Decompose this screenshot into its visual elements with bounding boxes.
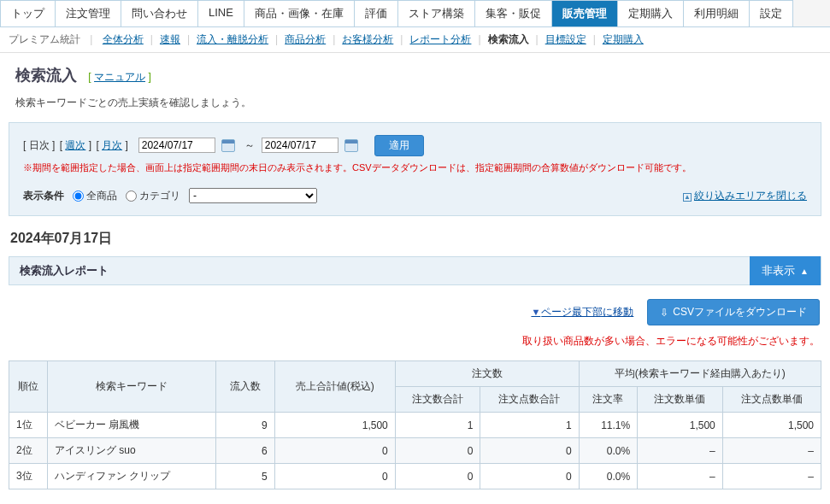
subnav-3[interactable]: 商品分析 xyxy=(285,33,326,45)
cell-oprice: – xyxy=(638,464,723,489)
table-row: 2位アイスリング suo60000.0%–– xyxy=(9,438,821,464)
radio-all-products[interactable]: 全商品 xyxy=(73,189,117,203)
cell-inflow: 6 xyxy=(216,438,275,464)
cell-keyword: ベビーカー 扇風機 xyxy=(48,413,216,438)
keyword-table: 順位 検索キーワード 流入数 売上合計値(税込) 注文数 平均(検索キーワード経… xyxy=(9,360,821,489)
apply-button[interactable]: 適用 xyxy=(374,135,424,156)
col-items-total: 注文点数合計 xyxy=(480,387,579,413)
tab-3[interactable]: LINE xyxy=(197,0,244,26)
cell-orders: 1 xyxy=(395,413,480,438)
tab-2[interactable]: 問い合わせ xyxy=(121,0,198,26)
col-order-price: 注文数単価 xyxy=(638,387,723,413)
cell-oprice: 1,500 xyxy=(638,413,723,438)
csv-warning: 取り扱い商品数が多い場合、エラーになる可能性がございます。 xyxy=(0,329,830,360)
category-select[interactable]: - xyxy=(189,188,317,203)
close-filter-link[interactable]: ▲絞り込みエリアを閉じる xyxy=(683,189,807,203)
tab-10[interactable]: 利用明細 xyxy=(683,0,750,26)
cell-items: 0 xyxy=(480,438,579,464)
subnav-1[interactable]: 速報 xyxy=(160,33,180,45)
cell-iprice: 1,500 xyxy=(722,413,821,438)
cell-keyword: アイスリング suo xyxy=(48,438,216,464)
cell-sales: 0 xyxy=(274,464,395,489)
chevron-up-icon: ▲ xyxy=(800,267,809,276)
sub-nav: プレミアム統計 | 全体分析|速報|流入・離脱分析|商品分析|お客様分析|レポー… xyxy=(0,27,830,53)
radio-category[interactable]: カテゴリ xyxy=(126,189,180,203)
col-inflow: 流入数 xyxy=(216,361,275,413)
tab-6[interactable]: ストア構築 xyxy=(397,0,475,26)
col-avg-group: 平均(検索キーワード経由購入あたり) xyxy=(579,361,821,387)
cell-orders: 0 xyxy=(395,464,480,489)
cell-rank: 2位 xyxy=(9,438,48,464)
subnav-4[interactable]: お客様分析 xyxy=(342,33,393,45)
period-monthly[interactable]: [ 月次 ] xyxy=(96,139,127,151)
page-title: 検索流入 xyxy=(15,67,77,84)
hide-report-button[interactable]: 非表示▲ xyxy=(750,256,821,285)
tab-8[interactable]: 販売管理 xyxy=(551,0,618,26)
cell-iprice: – xyxy=(722,464,821,489)
cell-inflow: 9 xyxy=(216,413,275,438)
filter-panel: [ 日次 ] [ 週次 ] [ 月次 ] ～ 適用 ※期間を範囲指定した場合、画… xyxy=(9,122,821,216)
tab-0[interactable]: トップ xyxy=(0,0,56,26)
csv-download-button[interactable]: ⇩ CSVファイルをダウンロード xyxy=(647,299,820,325)
cell-keyword: ハンディファン クリップ xyxy=(48,464,216,489)
subnav-7[interactable]: 目標設定 xyxy=(545,33,586,45)
subnav-6[interactable]: 検索流入 xyxy=(488,33,529,45)
tab-7[interactable]: 集客・販促 xyxy=(474,0,552,26)
manual-link[interactable]: [ マニュアル ] xyxy=(88,71,150,83)
tab-11[interactable]: 設定 xyxy=(749,0,793,26)
cell-inflow: 5 xyxy=(216,464,275,489)
table-row: 3位ハンディファン クリップ50000.0%–– xyxy=(9,464,821,489)
cell-rate: 11.1% xyxy=(579,413,638,438)
col-sales: 売上合計値(税込) xyxy=(274,361,395,413)
cell-rank: 3位 xyxy=(9,464,48,489)
calendar-to-icon[interactable] xyxy=(344,139,358,152)
cell-sales: 1,500 xyxy=(274,413,395,438)
tab-5[interactable]: 評価 xyxy=(354,0,398,26)
report-header-bar: 検索流入レポート 非表示▲ xyxy=(9,256,821,285)
cell-rate: 0.0% xyxy=(579,438,638,464)
cell-iprice: – xyxy=(722,438,821,464)
subnav-8[interactable]: 定期購入 xyxy=(603,33,644,45)
cell-sales: 0 xyxy=(274,438,395,464)
cell-oprice: – xyxy=(638,438,723,464)
col-item-price: 注文点数単価 xyxy=(722,387,821,413)
period-daily[interactable]: [ 日次 ] xyxy=(23,139,55,151)
col-orders-group: 注文数 xyxy=(395,361,579,387)
subnav-premium[interactable]: プレミアム統計 xyxy=(9,33,80,45)
display-condition-label: 表示条件 xyxy=(23,189,64,203)
col-order-rate: 注文率 xyxy=(579,387,638,413)
tab-4[interactable]: 商品・画像・在庫 xyxy=(244,0,355,26)
page-description: 検索キーワードごとの売上実績を確認しましょう。 xyxy=(0,92,830,122)
cell-items: 0 xyxy=(480,464,579,489)
period-note: ※期間を範囲指定した場合、画面上は指定範囲期間の末日のみ表示されます。CSVデー… xyxy=(23,161,807,174)
tab-9[interactable]: 定期購入 xyxy=(617,0,684,26)
date-range-separator: ～ xyxy=(244,139,255,151)
scroll-bottom-link[interactable]: ページ最下部に移動 xyxy=(531,305,633,319)
subnav-2[interactable]: 流入・離脱分析 xyxy=(197,33,268,45)
report-title: 検索流入レポート xyxy=(20,263,109,278)
cell-items: 1 xyxy=(480,413,579,438)
subnav-0[interactable]: 全体分析 xyxy=(103,33,144,45)
cell-rank: 1位 xyxy=(9,413,48,438)
main-tabs: トップ注文管理問い合わせLINE商品・画像・在庫評価ストア構築集客・販促販売管理… xyxy=(0,0,830,27)
subnav-5[interactable]: レポート分析 xyxy=(409,33,471,45)
calendar-from-icon[interactable] xyxy=(221,139,235,152)
date-from-input[interactable] xyxy=(138,138,215,153)
col-keyword: 検索キーワード xyxy=(48,361,216,413)
cell-orders: 0 xyxy=(395,438,480,464)
col-rank: 順位 xyxy=(9,361,48,413)
tab-1[interactable]: 注文管理 xyxy=(55,0,121,26)
date-heading: 2024年07月17日 xyxy=(0,230,830,256)
date-to-input[interactable] xyxy=(262,138,338,153)
table-row: 1位ベビーカー 扇風機91,5001111.1%1,5001,500 xyxy=(9,413,821,438)
cell-rate: 0.0% xyxy=(579,464,638,489)
download-icon: ⇩ xyxy=(660,307,668,319)
period-weekly[interactable]: [ 週次 ] xyxy=(60,139,91,151)
col-orders-total: 注文数合計 xyxy=(395,387,480,413)
